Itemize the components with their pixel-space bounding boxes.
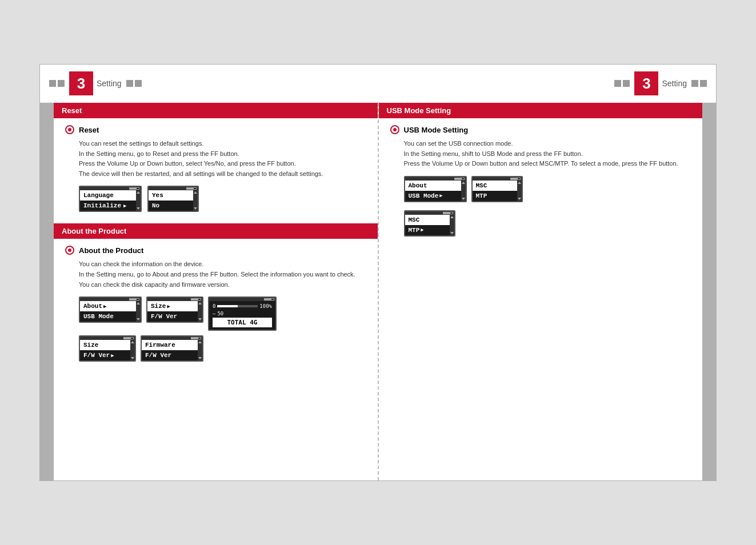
usb-screen1: About USB Mode ▶ bbox=[404, 176, 467, 202]
about-product-desc3: You can check the disk capacity and firm… bbox=[79, 280, 366, 290]
square-icon-2 bbox=[58, 80, 65, 87]
about-screens-row2: Size F/W Ver ▶ bbox=[79, 335, 366, 362]
step-number-right: 3 bbox=[634, 71, 658, 95]
usb-mode-section: USB Mode Setting USB Mode Setting You ca… bbox=[379, 103, 703, 237]
reset-screen2-content: Yes No bbox=[149, 190, 198, 211]
square-icon-3 bbox=[126, 80, 133, 87]
about-screen1: About ▶ USB Mode bbox=[79, 296, 142, 323]
usb-mode-desc3: Press the Volume Up or Down button and s… bbox=[404, 159, 691, 169]
reset-desc3: Press the Volume Up or Down button, sele… bbox=[79, 159, 366, 169]
about-product-circle-icon bbox=[65, 246, 74, 255]
square-icon-7 bbox=[691, 80, 698, 87]
reset-desc2: In the Setting menu, go to Reset and pre… bbox=[79, 149, 366, 159]
reset-title-row: Reset bbox=[65, 125, 366, 134]
about-screen4: Size F/W Ver ▶ bbox=[79, 335, 136, 362]
left-column: Reset Reset You can reset the settings t… bbox=[54, 103, 379, 480]
square-icon-5 bbox=[614, 80, 621, 87]
about-product-title-row: About the Product bbox=[65, 246, 366, 255]
usb-mode-title: USB Mode Setting bbox=[404, 126, 469, 134]
usb-mode-title-row: USB Mode Setting bbox=[390, 125, 691, 134]
right-header: 3 Setting bbox=[378, 69, 717, 98]
about-product-header: About the Product bbox=[54, 223, 378, 239]
reset-body: Reset You can reset the settings to defa… bbox=[54, 125, 378, 212]
square-icon-8 bbox=[700, 80, 707, 87]
about-screen3: 0 100% — 50 bbox=[208, 296, 277, 331]
about-product-section: About the Product About the Product You … bbox=[54, 223, 378, 362]
reset-screen2: Yes No bbox=[147, 186, 199, 212]
about-product-desc2: In the Setting menu, go to About and pre… bbox=[79, 270, 366, 280]
about-product-title: About the Product bbox=[79, 246, 143, 255]
usb-mode-header: USB Mode Setting bbox=[379, 103, 703, 118]
about-product-body: About the Product You can check the info… bbox=[54, 246, 378, 362]
usb-screens-row1: About USB Mode ▶ bbox=[404, 176, 691, 202]
step-label-left: Setting bbox=[97, 79, 122, 88]
square-icon-1 bbox=[49, 80, 56, 87]
screen2-yes: Yes bbox=[149, 190, 193, 201]
reset-section: Reset Reset You can reset the settings t… bbox=[54, 103, 378, 212]
screen2-no: No bbox=[149, 201, 193, 211]
left-gray-tab bbox=[40, 103, 54, 480]
usb-mode-desc2: In the Setting menu, shift to USB Mode a… bbox=[404, 149, 691, 159]
screen1-row1: Language bbox=[80, 190, 136, 201]
reset-screen1: Language Initialize ▶ bbox=[79, 186, 142, 212]
usb-screen2: MSC MTP bbox=[471, 176, 523, 202]
square-icon-6 bbox=[623, 80, 630, 87]
reset-desc1: You can reset the settings to default se… bbox=[79, 139, 366, 149]
reset-title: Reset bbox=[79, 126, 99, 134]
about-screen2: Size ▶ F/W Ver bbox=[146, 296, 203, 323]
total-label: TOTAL 4G bbox=[213, 318, 272, 327]
reset-circle-icon bbox=[65, 125, 74, 134]
page-body: Reset Reset You can reset the settings t… bbox=[40, 103, 716, 480]
page-header: 3 Setting 3 Setting bbox=[40, 65, 716, 103]
right-column: USB Mode Setting USB Mode Setting You ca… bbox=[379, 103, 703, 480]
reset-desc4: The device will then be restarted, and a… bbox=[79, 169, 366, 179]
usb-mode-body: USB Mode Setting You can set the USB con… bbox=[379, 125, 703, 237]
right-gray-tab bbox=[702, 103, 716, 480]
reset-header: Reset bbox=[54, 103, 378, 118]
step-number-left: 3 bbox=[69, 71, 93, 95]
about-product-desc1: You can check the information on the dev… bbox=[79, 259, 366, 270]
step-label-right: Setting bbox=[662, 79, 687, 88]
usb-mode-circle-icon bbox=[390, 125, 399, 134]
about-screens-row1: About ▶ USB Mode bbox=[79, 296, 366, 331]
square-icon-4 bbox=[135, 80, 142, 87]
reset-screen1-content: Language Initialize ▶ bbox=[80, 190, 141, 211]
left-header: 3 Setting bbox=[40, 69, 378, 98]
reset-screens: Language Initialize ▶ bbox=[79, 186, 366, 212]
usb-screen3: MSC MTP ▶ bbox=[404, 210, 455, 237]
usb-screens-row2: MSC MTP ▶ bbox=[404, 210, 691, 237]
usb-mode-desc1: You can set the USB connection mode. bbox=[404, 139, 691, 149]
about-screen5: Firmware F/W Ver bbox=[141, 335, 203, 362]
screen1-row2: Initialize ▶ bbox=[80, 201, 136, 211]
